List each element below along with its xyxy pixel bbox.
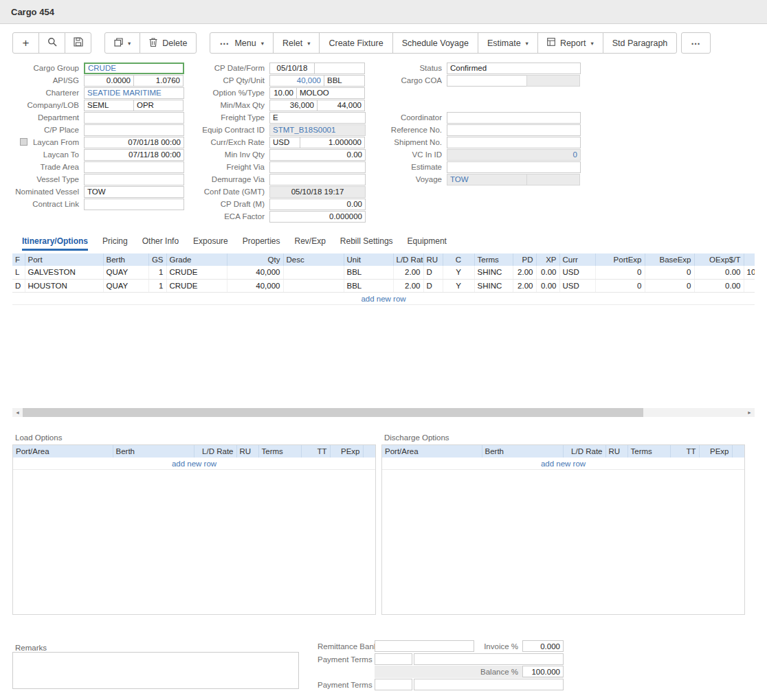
department-input[interactable]	[84, 112, 184, 124]
cargo-group-input[interactable]	[84, 63, 184, 74]
search-button[interactable]	[38, 32, 65, 54]
create-fixture-button[interactable]: Create Fixture	[319, 32, 392, 54]
estimate-input[interactable]	[447, 161, 581, 173]
cell[interactable]: QUAY	[103, 279, 148, 292]
report-button[interactable]: Report ▾	[537, 32, 603, 54]
discharge-options-add-row-link[interactable]: add new row	[382, 458, 744, 470]
cell[interactable]: 2.00	[513, 266, 536, 279]
tab-pricing[interactable]: Pricing	[102, 236, 128, 251]
cell[interactable]: 40,000	[227, 279, 283, 292]
payment-terms-2-code-input[interactable]	[375, 679, 412, 690]
option-pct-input[interactable]	[269, 87, 297, 99]
cell[interactable]: 1	[148, 279, 166, 292]
cell[interactable]: GALVESTON	[25, 266, 103, 279]
horizontal-scrollbar[interactable]: ◄ ►	[12, 408, 755, 417]
freight-via-input[interactable]	[269, 161, 366, 173]
cell[interactable]: D	[12, 279, 25, 292]
exch-rate-input[interactable]	[300, 137, 365, 148]
cell[interactable]: BBL	[344, 279, 393, 292]
itinerary-row[interactable]: D HOUSTON QUAY 1 CRUDE 40,000 BBL 2.00 D…	[12, 279, 755, 292]
remarks-textarea[interactable]	[12, 652, 299, 689]
cell[interactable]: Y	[443, 266, 474, 279]
itinerary-add-row-link[interactable]: add new row	[12, 293, 755, 305]
cell[interactable]: QUAY	[103, 266, 148, 279]
tab-exposure[interactable]: Exposure	[193, 236, 228, 251]
min-qty-input[interactable]	[269, 100, 318, 111]
cell[interactable]: 1	[148, 266, 166, 279]
demurrage-via-input[interactable]	[269, 174, 366, 185]
estimate-button[interactable]: Estimate ▾	[478, 32, 538, 54]
voyage-input[interactable]	[447, 174, 527, 185]
cell[interactable]: BBL	[344, 266, 393, 279]
cell[interactable]: 2.00	[393, 279, 423, 292]
cell[interactable]: D	[423, 279, 443, 292]
cp-date-input[interactable]	[269, 63, 315, 74]
menu-button[interactable]: ⋯ Menu ▾	[210, 32, 274, 54]
cell[interactable]: Y	[443, 279, 474, 292]
itinerary-row[interactable]: L GALVESTON QUAY 1 CRUDE 40,000 BBL 2.00…	[12, 266, 755, 279]
tab-other-info[interactable]: Other Info	[142, 236, 179, 251]
cell[interactable]: 0.00	[694, 266, 744, 279]
payment-terms-2-desc-input[interactable]	[414, 679, 564, 690]
scrollbar-thumb[interactable]	[23, 408, 643, 417]
cell[interactable]: 0.00	[536, 266, 559, 279]
tab-properties[interactable]: Properties	[243, 236, 280, 251]
freight-type-input[interactable]	[269, 112, 366, 124]
cell[interactable]	[744, 279, 755, 292]
delete-button[interactable]: Delete	[140, 32, 197, 54]
payment-terms-code-input[interactable]	[375, 653, 412, 665]
min-inv-qty-input[interactable]	[269, 149, 366, 161]
load-options-add-row-link[interactable]: add new row	[13, 458, 375, 470]
cell[interactable]	[283, 279, 344, 292]
tab-itinerary-options[interactable]: Itinerary/Options	[22, 236, 88, 251]
charterer-input[interactable]	[84, 87, 184, 99]
cell[interactable]: CRUDE	[166, 266, 227, 279]
vessel-type-input[interactable]	[84, 174, 184, 185]
cell[interactable]: HOUSTON	[25, 279, 103, 292]
nominated-vessel-input[interactable]	[84, 186, 184, 198]
remittance-bank-input[interactable]	[375, 640, 474, 652]
save-button[interactable]	[65, 32, 91, 54]
api-input[interactable]	[84, 75, 134, 87]
invoice-pct-input[interactable]	[522, 640, 564, 652]
std-paragraph-button[interactable]: Std Paragraph	[603, 32, 678, 54]
schedule-voyage-button[interactable]: Schedule Voyage	[392, 32, 478, 54]
lob-input[interactable]	[133, 100, 184, 111]
status-input[interactable]	[447, 63, 581, 74]
cp-qty-input[interactable]	[269, 75, 324, 87]
cell[interactable]: 0	[595, 266, 645, 279]
laycan-checkbox[interactable]	[20, 138, 27, 146]
new-button[interactable]: +	[12, 32, 39, 54]
sg-input[interactable]	[133, 75, 184, 87]
cell[interactable]: SHINC	[474, 279, 513, 292]
cell[interactable]: 2.00	[393, 266, 423, 279]
cell[interactable]: SHINC	[474, 266, 513, 279]
cell[interactable]: D	[423, 266, 443, 279]
cp-unit-input[interactable]	[324, 75, 365, 87]
cell[interactable]	[283, 266, 344, 279]
cell[interactable]: 0.00	[536, 279, 559, 292]
cp-draft-input[interactable]	[269, 199, 366, 210]
laycan-to-input[interactable]	[84, 149, 184, 161]
copy-button[interactable]: ▾	[104, 32, 140, 54]
cell[interactable]: USD	[559, 266, 595, 279]
cell[interactable]: 40,000	[227, 266, 283, 279]
tab-rebill-settings[interactable]: Rebill Settings	[340, 236, 393, 251]
tab-rev-exp[interactable]: Rev/Exp	[295, 236, 326, 251]
cell[interactable]: L	[12, 266, 25, 279]
cell[interactable]: 0.00	[694, 279, 744, 292]
coordinator-input[interactable]	[447, 112, 581, 124]
equip-contract-id-input[interactable]	[269, 124, 366, 136]
cell[interactable]: CRUDE	[166, 279, 227, 292]
relet-button[interactable]: Relet ▾	[273, 32, 320, 54]
max-qty-input[interactable]	[317, 100, 365, 111]
company-input[interactable]	[84, 100, 134, 111]
eca-factor-input[interactable]	[269, 211, 366, 223]
cell[interactable]: 10	[744, 266, 755, 279]
currency-input[interactable]	[269, 137, 300, 148]
option-type-input[interactable]	[296, 87, 365, 99]
laycan-from-input[interactable]	[84, 137, 184, 148]
shipment-no-input[interactable]	[447, 137, 581, 148]
cell[interactable]: 0	[645, 266, 694, 279]
cargo-coa-input[interactable]	[447, 75, 527, 87]
